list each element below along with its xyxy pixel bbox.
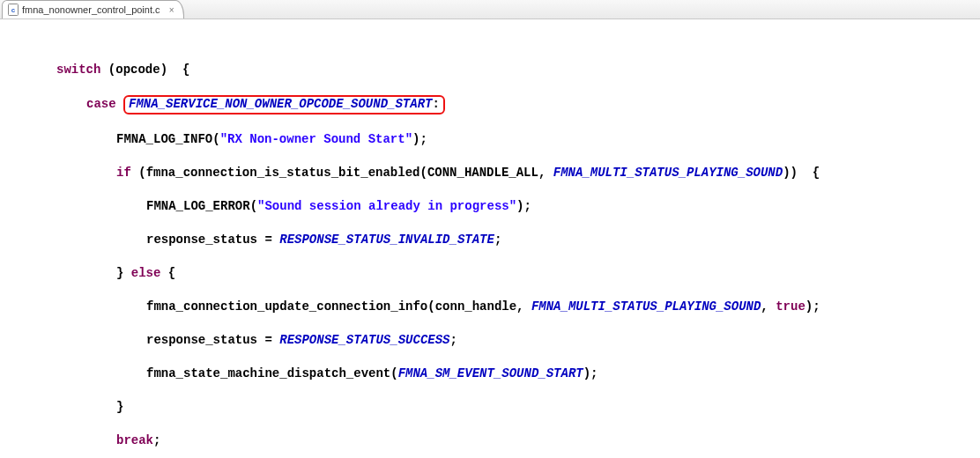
svg-text:c: c bbox=[11, 6, 16, 14]
code-line: fmna_connection_update_connection_info(c… bbox=[11, 299, 980, 315]
code-line: switch (opcode) { bbox=[11, 62, 980, 78]
code-line: fmna_state_machine_dispatch_event(FMNA_S… bbox=[11, 366, 980, 382]
highlighted-constant-start: FMNA_SERVICE_NON_OWNER_OPCODE_SOUND_STAR… bbox=[123, 95, 445, 114]
file-tab[interactable]: c fmna_nonowner_control_point.c × bbox=[2, 0, 184, 18]
code-line: if (fmna_connection_is_status_bit_enable… bbox=[11, 165, 980, 181]
code-line: FMNA_LOG_INFO("RX Non-owner Sound Start"… bbox=[11, 131, 980, 148]
code-line: break; bbox=[11, 432, 980, 449]
close-icon[interactable]: × bbox=[167, 5, 176, 14]
code-line: FMNA_LOG_ERROR("Sound session already in… bbox=[11, 198, 980, 215]
keyword-switch: switch bbox=[56, 63, 100, 77]
code-line: response_status = RESPONSE_STATUS_SUCCES… bbox=[11, 332, 980, 349]
code-line: } bbox=[11, 399, 980, 416]
code-line: response_status = RESPONSE_STATUS_INVALI… bbox=[11, 232, 980, 248]
code-editor[interactable]: switch (opcode) { case FMNA_SERVICE_NON_… bbox=[0, 19, 980, 458]
switch-var: opcode bbox=[115, 63, 160, 77]
code-line: case FMNA_SERVICE_NON_OWNER_OPCODE_SOUND… bbox=[11, 95, 980, 114]
c-file-icon: c bbox=[8, 4, 19, 16]
code-line: } else { bbox=[11, 265, 980, 282]
keyword-case: case bbox=[86, 97, 116, 111]
editor-tab-bar: c fmna_nonowner_control_point.c × bbox=[0, 0, 980, 19]
tab-filename: fmna_nonowner_control_point.c bbox=[22, 4, 160, 15]
